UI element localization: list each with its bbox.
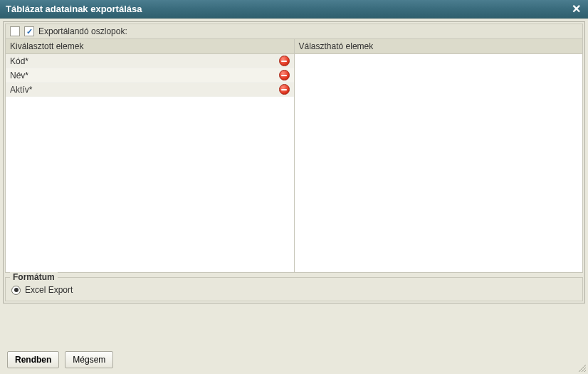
list-item-label: Aktív* <box>10 85 279 95</box>
selected-panel-body: Kód*Név*Aktív* <box>6 54 294 272</box>
cancel-button[interactable]: Mégsem <box>65 351 113 368</box>
radio-icon[interactable] <box>11 286 21 295</box>
dual-list: Kiválasztott elemek Kód*Név*Aktív* Válas… <box>5 39 583 273</box>
selected-panel-header: Kiválasztott elemek <box>6 39 294 54</box>
list-item[interactable]: Aktív* <box>6 83 294 97</box>
list-item-label: Név* <box>10 71 279 80</box>
dialog-titlebar[interactable]: Táblázat adatainak exportálása ✕ <box>0 0 588 19</box>
columns-toolbar: Exportálandó oszlopok: <box>5 24 583 39</box>
remove-icon[interactable] <box>279 56 290 66</box>
resize-grip-icon[interactable] <box>577 363 587 373</box>
available-panel-body <box>295 54 583 272</box>
list-item-label: Kód* <box>10 56 279 66</box>
remove-icon[interactable] <box>279 70 290 80</box>
format-option[interactable]: Excel Export <box>11 285 577 295</box>
columns-label: Exportálandó oszlopok: <box>38 26 127 36</box>
close-icon[interactable]: ✕ <box>569 3 582 16</box>
available-panel: Választható elemek <box>295 39 583 272</box>
list-item[interactable]: Kód* <box>6 54 294 68</box>
format-fieldset: Formátum Excel Export <box>5 277 583 301</box>
select-all-checked-checkbox[interactable] <box>24 26 34 36</box>
format-legend: Formátum <box>10 272 58 282</box>
export-dialog: Táblázat adatainak exportálása ✕ Exportá… <box>0 0 588 303</box>
available-panel-header: Választható elemek <box>295 39 583 54</box>
select-all-unchecked-checkbox[interactable] <box>10 26 20 36</box>
selected-panel: Kiválasztott elemek Kód*Név*Aktív* <box>6 39 295 272</box>
remove-icon[interactable] <box>279 84 290 95</box>
list-item[interactable]: Név* <box>6 68 294 83</box>
format-options: Excel Export <box>11 285 577 295</box>
dialog-content: Exportálandó oszlopok: Kiválasztott elem… <box>3 21 585 303</box>
dialog-buttons: Rendben Mégsem <box>7 351 113 368</box>
ok-button[interactable]: Rendben <box>7 351 59 368</box>
svg-line-2 <box>584 370 586 372</box>
format-option-label: Excel Export <box>25 285 73 295</box>
dialog-title: Táblázat adatainak exportálása <box>6 4 569 14</box>
